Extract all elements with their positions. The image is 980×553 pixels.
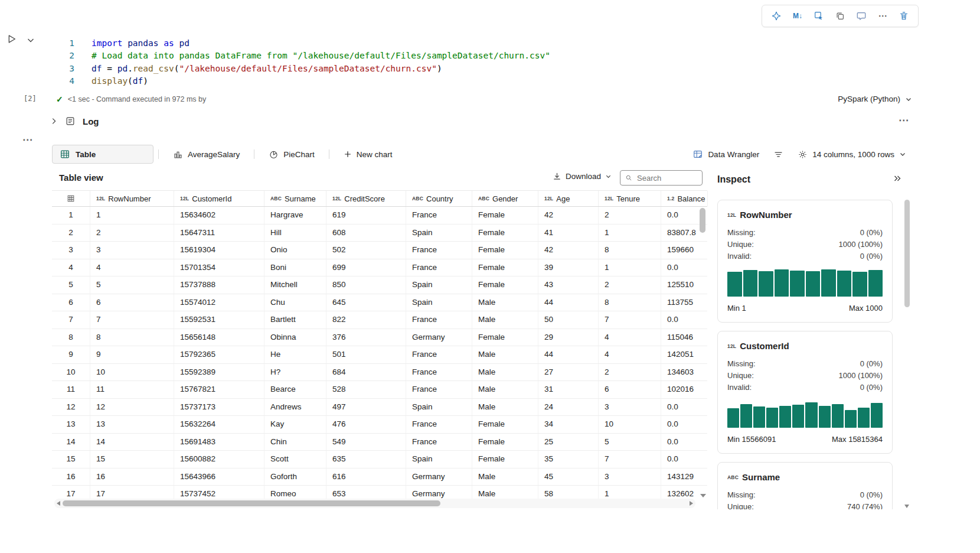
table-cell[interactable]: Obinna	[264, 329, 326, 346]
inspect-scrollbar[interactable]	[903, 195, 912, 509]
table-cell[interactable]: 11	[52, 381, 90, 398]
table-cell[interactable]: 6	[52, 294, 90, 311]
table-row[interactable]: 9915792365He501FranceMale444142051	[52, 346, 707, 364]
table-row[interactable]: 121215737173Andrews497SpainMale2430.0	[52, 399, 707, 417]
table-cell[interactable]: 10	[52, 364, 90, 381]
log-more-options-button[interactable]: ⋯	[895, 113, 912, 127]
code-line[interactable]: 1import pandas as pd	[50, 37, 550, 50]
table-cell[interactable]: 14	[90, 434, 174, 451]
column-header[interactable]: 12LAge	[538, 191, 599, 206]
run-cell-button[interactable]	[5, 32, 18, 47]
table-cell[interactable]: 1	[599, 225, 661, 242]
table-cell[interactable]: 5	[52, 276, 90, 294]
table-vertical-scrollbar[interactable]	[698, 207, 707, 499]
table-cell[interactable]: 11	[90, 381, 174, 398]
table-cell[interactable]: 15792365	[174, 346, 264, 363]
table-row[interactable]: 101015592389H?684FranceMale272134603	[52, 364, 707, 382]
table-cell[interactable]: 10	[90, 364, 174, 381]
table-cell[interactable]: 476	[326, 416, 406, 433]
table-cell[interactable]: Chu	[264, 294, 326, 311]
table-cell[interactable]: 13	[90, 416, 174, 433]
markdown-button[interactable]: M↓	[792, 10, 803, 22]
comment-button[interactable]	[855, 10, 867, 22]
table-cell[interactable]: 15	[90, 451, 174, 468]
columns-rows-summary[interactable]: 14 columns, 1000 rows	[798, 149, 906, 160]
table-cell[interactable]: Male	[472, 311, 538, 328]
vertical-scroll-thumb[interactable]	[700, 208, 705, 233]
table-cell[interactable]: Male	[472, 381, 538, 398]
table-cell[interactable]: 645	[326, 294, 406, 311]
table-cell[interactable]: 1	[90, 207, 174, 224]
tab-table[interactable]: Table	[52, 145, 153, 164]
table-cell[interactable]: France	[406, 242, 472, 259]
table-cell[interactable]: Male	[472, 469, 538, 486]
scroll-down-arrow-icon[interactable]	[904, 505, 909, 508]
table-row[interactable]: 111115767821Bearce528FranceMale316102016	[52, 381, 707, 399]
table-cell[interactable]: 653	[326, 486, 406, 499]
table-cell[interactable]: 15	[52, 451, 90, 468]
table-cell[interactable]: 3	[599, 469, 661, 486]
duplicate-cell-button[interactable]	[834, 10, 846, 22]
scroll-right-arrow-icon[interactable]	[690, 501, 693, 506]
table-cell[interactable]: Chin	[264, 434, 326, 451]
table-cell[interactable]: 15592389	[174, 364, 264, 381]
table-cell[interactable]: Spain	[406, 225, 472, 242]
table-cell[interactable]: 528	[326, 381, 406, 398]
table-cell[interactable]: 549	[326, 434, 406, 451]
table-cell[interactable]: He	[264, 346, 326, 363]
table-cell[interactable]: France	[406, 364, 472, 381]
table-cell[interactable]: Spain	[406, 294, 472, 311]
filter-button[interactable]	[773, 149, 783, 160]
table-cell[interactable]: 7	[52, 311, 90, 328]
table-cell[interactable]: Spain	[406, 276, 472, 294]
table-cell[interactable]: 376	[326, 329, 406, 346]
table-cell[interactable]: 16	[52, 469, 90, 486]
table-cell[interactable]: 7	[599, 311, 661, 328]
column-header[interactable]: ABCGender	[472, 191, 538, 206]
table-cell[interactable]: 15656148	[174, 329, 264, 346]
table-cell[interactable]: 39	[538, 259, 599, 276]
table-row[interactable]: 141415691483Chin549FranceFemale2550.0	[52, 434, 707, 451]
table-cell[interactable]: 44	[538, 294, 599, 311]
table-cell[interactable]: Female	[472, 276, 538, 294]
table-row[interactable]: 4415701354Boni699FranceFemale3910.0	[52, 259, 707, 277]
table-cell[interactable]: France	[406, 346, 472, 363]
column-header[interactable]: 1.2Balance	[661, 191, 708, 206]
table-row[interactable]: 171715737452Romeo653GermanyMale581132602	[52, 486, 707, 499]
table-cell[interactable]: 31	[538, 381, 599, 398]
table-cell[interactable]: Germany	[406, 329, 472, 346]
table-cell[interactable]: 2	[599, 276, 661, 294]
table-cell[interactable]: Bearce	[264, 381, 326, 398]
table-cell[interactable]: 2	[599, 207, 661, 224]
table-cell[interactable]: 4	[599, 346, 661, 363]
table-cell[interactable]: Female	[472, 242, 538, 259]
table-cell[interactable]: Female	[472, 451, 538, 468]
table-cell[interactable]: Male	[472, 399, 538, 416]
log-section-header[interactable]: Log	[50, 116, 99, 126]
table-cell[interactable]: 29	[538, 329, 599, 346]
table-cell[interactable]: 15574012	[174, 294, 264, 311]
collapse-panel-button[interactable]	[893, 174, 902, 185]
table-cell[interactable]: France	[406, 381, 472, 398]
table-cell[interactable]: 8	[599, 294, 661, 311]
table-cell[interactable]: 25	[538, 434, 599, 451]
table-row[interactable]: 6615574012Chu645SpainMale448113755	[52, 294, 707, 312]
table-cell[interactable]: Germany	[406, 469, 472, 486]
table-cell[interactable]: 5	[90, 276, 174, 294]
table-cell[interactable]: Female	[472, 207, 538, 224]
table-cell[interactable]: Female	[472, 329, 538, 346]
table-cell[interactable]: 616	[326, 469, 406, 486]
table-cell[interactable]: Bartlett	[264, 311, 326, 328]
table-cell[interactable]: 45	[538, 469, 599, 486]
table-cell[interactable]: 10	[599, 416, 661, 433]
table-cell[interactable]: 15737452	[174, 486, 264, 499]
table-cell[interactable]: 27	[538, 364, 599, 381]
table-cell[interactable]: 850	[326, 276, 406, 294]
search-input[interactable]	[636, 173, 697, 183]
code-line[interactable]: 4display(df)	[50, 75, 550, 87]
table-cell[interactable]: 50	[538, 311, 599, 328]
horizontal-scroll-thumb[interactable]	[63, 500, 440, 506]
inspect-scroll-thumb[interactable]	[904, 200, 910, 307]
table-cell[interactable]: 42	[538, 207, 599, 224]
table-cell[interactable]: 34	[538, 416, 599, 433]
